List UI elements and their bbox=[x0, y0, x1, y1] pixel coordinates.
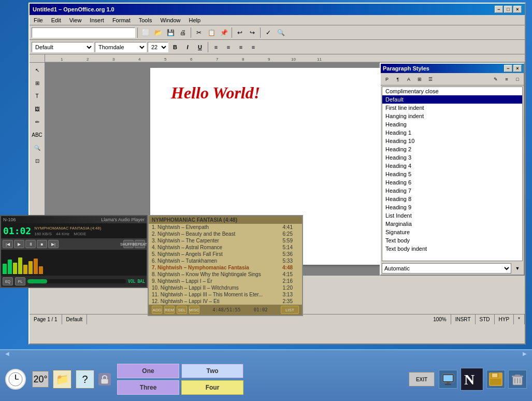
playlist-rem-btn[interactable]: REM bbox=[164, 306, 175, 314]
next-btn[interactable]: ▶| bbox=[48, 240, 59, 248]
playlist-item-5[interactable]: 5. Nightwish – Angels Fall First 5:36 bbox=[149, 251, 296, 257]
style-item-heading6[interactable]: Heading 6 bbox=[382, 178, 522, 187]
taskbar-btn-two[interactable]: Two bbox=[181, 364, 243, 378]
playlist-item-4[interactable]: 4. Nightwish – Astral Romance 5:14 bbox=[149, 244, 296, 251]
style-item-heading5[interactable]: Heading 5 bbox=[382, 170, 522, 178]
playlist-item-6[interactable]: 6. Nightwish – Tutankhamen 5:33 bbox=[149, 257, 296, 264]
menu-view[interactable]: View bbox=[67, 17, 84, 24]
style-item-heading7[interactable]: Heading 7 bbox=[382, 187, 522, 195]
style-item-heading8[interactable]: Heading 8 bbox=[382, 195, 522, 203]
playlist-item-7[interactable]: 7. Nightwish – Nymphomaniac Fantasia 4:4… bbox=[149, 264, 296, 271]
tool-draw1[interactable]: ✏ bbox=[31, 116, 44, 128]
cut-btn[interactable]: ✂ bbox=[193, 27, 205, 38]
pause-btn[interactable]: ⏸ bbox=[25, 240, 36, 248]
style-item-list-indent[interactable]: List Indent bbox=[382, 211, 522, 220]
style-item-text-body[interactable]: Text body bbox=[382, 236, 522, 245]
taskbar-btn-four[interactable]: Four bbox=[181, 380, 243, 395]
align-left-btn[interactable]: ≡ bbox=[210, 41, 222, 53]
para-close-btn[interactable]: × bbox=[513, 65, 522, 72]
tool-select[interactable]: ↖ bbox=[31, 64, 44, 76]
taskbar-btn-three[interactable]: Three bbox=[117, 380, 179, 395]
stop-btn[interactable]: ■ bbox=[37, 240, 47, 248]
menu-format[interactable]: Format bbox=[110, 17, 133, 24]
help-icon[interactable]: ? bbox=[76, 370, 94, 389]
shuffle-btn[interactable]: SHUFFLE bbox=[123, 240, 134, 248]
tray-floppy-icon[interactable] bbox=[486, 370, 505, 389]
paragraph-style-select[interactable]: Default bbox=[32, 42, 94, 52]
playlist-item-1[interactable]: 1. Nightwish – Elvenpath 4:41 bbox=[149, 224, 296, 231]
spellcheck-btn[interactable]: ✓ bbox=[263, 27, 274, 38]
para-tb-btn6[interactable]: ✎ bbox=[491, 74, 501, 84]
para-footer-btn[interactable]: ▼ bbox=[512, 263, 523, 274]
pl-btn[interactable]: PL bbox=[15, 277, 25, 285]
status-std[interactable]: STD bbox=[476, 314, 495, 324]
seek-bar[interactable] bbox=[27, 279, 126, 283]
prev-btn[interactable]: |◀ bbox=[3, 240, 13, 248]
menu-insert[interactable]: Insert bbox=[88, 17, 106, 24]
find-btn[interactable]: 🔍 bbox=[275, 27, 286, 38]
tool-draw2[interactable]: ABC bbox=[31, 128, 44, 141]
underline-button[interactable]: U bbox=[194, 41, 206, 53]
menu-edit[interactable]: Edit bbox=[49, 17, 63, 24]
folder-icon[interactable]: 📁 bbox=[53, 370, 71, 389]
status-hyp[interactable]: HYP bbox=[495, 314, 514, 324]
tool-picture[interactable]: 🖼 bbox=[31, 103, 44, 115]
playlist-item-9[interactable]: 9. Nightwish – Lappi I – Er 2:16 bbox=[149, 278, 296, 284]
number-icon[interactable]: 20° bbox=[32, 371, 49, 388]
para-tb-btn7[interactable]: ≡ bbox=[501, 74, 512, 84]
playlist-items[interactable]: 1. Nightwish – Elvenpath 4:41 2. Nightwi… bbox=[149, 224, 302, 305]
style-item-heading2[interactable]: Heading 2 bbox=[382, 145, 522, 153]
para-auto-select[interactable]: Automatic bbox=[382, 263, 511, 274]
style-item-first-line[interactable]: First line indent bbox=[382, 104, 522, 112]
taskbar-arrow-right[interactable]: ▶ bbox=[523, 351, 527, 356]
menu-help[interactable]: Help bbox=[187, 17, 203, 24]
save-btn[interactable]: 💾 bbox=[165, 27, 176, 38]
playlist-item-8[interactable]: 8. Nightwish – Know Why the Nightingale … bbox=[149, 271, 296, 278]
playlist-item-3[interactable]: 3. Nightwish – The Carpenter 5:59 bbox=[149, 237, 296, 244]
print-btn[interactable]: 🖨 bbox=[177, 27, 189, 38]
open-btn[interactable]: 📂 bbox=[152, 27, 164, 38]
italic-button[interactable]: I bbox=[182, 41, 193, 53]
style-item-heading1[interactable]: Heading 1 bbox=[382, 128, 522, 137]
minimize-button[interactable]: − bbox=[495, 6, 503, 13]
lock-icon[interactable] bbox=[98, 373, 111, 385]
repeat-btn[interactable]: REPEAT bbox=[135, 240, 145, 248]
font-select[interactable]: Thorndale bbox=[95, 42, 147, 52]
playlist-misc-btn[interactable]: MISC bbox=[189, 306, 199, 314]
styles-list[interactable]: Complimentary close Default First line i… bbox=[382, 87, 523, 261]
close-button[interactable]: × bbox=[513, 6, 522, 13]
playlist-item-11[interactable]: 11. Nightwish – Lappi III – This Moment … bbox=[149, 291, 296, 298]
para-tb-btn3[interactable]: A bbox=[404, 74, 414, 84]
redo-btn[interactable]: ↪ bbox=[247, 27, 258, 38]
font-size-select[interactable]: 22 bbox=[148, 42, 168, 52]
playlist-item-12[interactable]: 12. Nightwish – Lappi IV – Eti 2:35 bbox=[149, 298, 296, 305]
para-tb-btn2[interactable]: ¶ bbox=[393, 74, 403, 84]
bold-button[interactable]: B bbox=[169, 41, 181, 53]
style-item-default[interactable]: Default bbox=[382, 95, 522, 104]
taskbar-arrow-left[interactable]: ◀ bbox=[5, 351, 9, 356]
tool-nav[interactable]: ⊡ bbox=[31, 154, 44, 167]
tray-n-icon[interactable]: N bbox=[461, 368, 483, 391]
playlist-item-2[interactable]: 2. Nightwish – Beauty and the Beast 6:25 bbox=[149, 231, 296, 237]
align-right-btn[interactable]: ≡ bbox=[235, 41, 247, 53]
exit-button[interactable]: EXIT bbox=[409, 372, 435, 386]
style-item-heading4[interactable]: Heading 4 bbox=[382, 162, 522, 170]
tool-table[interactable]: ⊞ bbox=[31, 77, 44, 89]
style-item-complimentary[interactable]: Complimentary close bbox=[382, 87, 522, 95]
playlist-item-10[interactable]: 10. Nightwish – Lappi II – Witchdrums 1:… bbox=[149, 284, 296, 291]
style-item-hanging[interactable]: Hanging indent bbox=[382, 112, 522, 120]
eq-btn[interactable]: EQ bbox=[3, 277, 13, 285]
para-tb-btn1[interactable]: P bbox=[382, 74, 392, 84]
paste-btn[interactable]: 📌 bbox=[218, 27, 229, 38]
style-item-heading[interactable]: Heading bbox=[382, 120, 522, 128]
playlist-list-btn[interactable]: LIST bbox=[281, 306, 299, 314]
para-tb-btn5[interactable]: ☰ bbox=[425, 74, 436, 84]
style-dropdown[interactable] bbox=[32, 27, 135, 38]
undo-btn[interactable]: ↩ bbox=[234, 27, 246, 38]
playlist-sel-btn[interactable]: SEL bbox=[177, 306, 187, 314]
align-justify-btn[interactable]: ≡ bbox=[248, 41, 259, 53]
para-minimize-btn[interactable]: − bbox=[504, 65, 512, 72]
tool-find[interactable]: 🔍 bbox=[31, 141, 44, 154]
style-item-marginalia[interactable]: Marginalia bbox=[382, 220, 522, 228]
style-item-heading3[interactable]: Heading 3 bbox=[382, 153, 522, 162]
